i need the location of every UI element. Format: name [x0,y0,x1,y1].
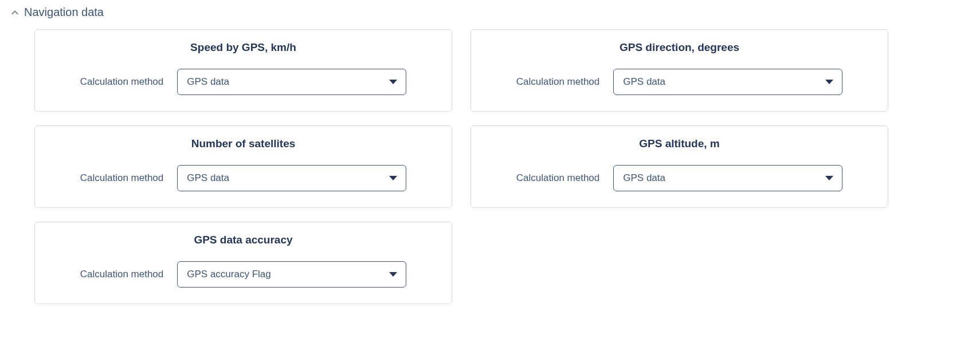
field-row: Calculation method GPS data [485,165,874,191]
select-wrapper: GPS data [613,69,842,95]
select-value: GPS accuracy Flag [187,269,271,280]
select-calculation-method-direction[interactable]: GPS data [613,69,842,95]
field-label-calculation-method: Calculation method [516,76,600,88]
card-title: GPS altitude, m [485,137,874,150]
card-title: Speed by GPS, km/h [49,41,438,54]
select-wrapper: GPS accuracy Flag [177,261,406,288]
card-title: GPS direction, degrees [485,41,874,54]
select-calculation-method-speed[interactable]: GPS data [177,69,406,95]
card-speed-by-gps: Speed by GPS, km/h Calculation method GP… [34,29,452,112]
select-value: GPS data [623,172,665,184]
select-calculation-method-satellites[interactable]: GPS data [177,165,406,191]
card-gps-altitude: GPS altitude, m Calculation method GPS d… [471,125,888,208]
card-gps-direction: GPS direction, degrees Calculation metho… [471,29,888,112]
select-value: GPS data [187,172,229,184]
field-row: Calculation method GPS data [49,165,438,191]
field-label-calculation-method: Calculation method [80,269,164,280]
card-number-of-satellites: Number of satellites Calculation method … [34,125,452,208]
section-title: Navigation data [24,6,104,19]
select-value: GPS data [623,76,665,88]
select-wrapper: GPS data [613,165,842,191]
field-row: Calculation method GPS data [49,69,438,95]
select-value: GPS data [187,76,229,88]
card-title: Number of satellites [49,137,438,150]
select-wrapper: GPS data [177,165,406,191]
chevron-up-icon [11,9,18,16]
field-row: Calculation method GPS accuracy Flag [49,261,438,288]
empty-grid-cell [471,222,888,304]
cards-grid: Speed by GPS, km/h Calculation method GP… [11,29,969,304]
section-header-navigation-data[interactable]: Navigation data [11,6,969,19]
card-title: GPS data accuracy [49,234,438,246]
field-row: Calculation method GPS data [485,69,874,95]
select-calculation-method-accuracy[interactable]: GPS accuracy Flag [177,261,406,288]
select-calculation-method-altitude[interactable]: GPS data [613,165,842,191]
field-label-calculation-method: Calculation method [80,76,164,88]
field-label-calculation-method: Calculation method [516,172,600,184]
field-label-calculation-method: Calculation method [80,172,164,184]
card-gps-data-accuracy: GPS data accuracy Calculation method GPS… [34,222,452,304]
select-wrapper: GPS data [177,69,406,95]
